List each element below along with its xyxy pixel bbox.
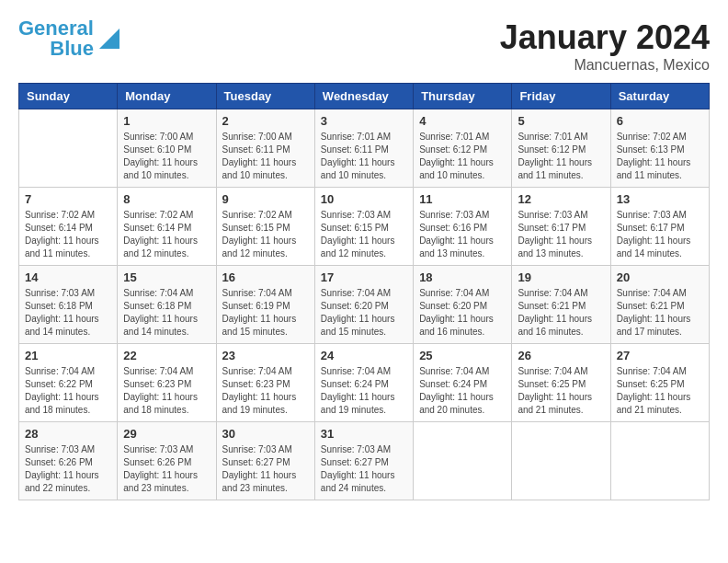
day-info: Sunrise: 7:03 AMSunset: 6:17 PMDaylight:… [518, 209, 604, 260]
title-area: January 2024 Mancuernas, Mexico [500, 18, 710, 74]
logo-text-line1: General [18, 18, 94, 39]
calendar-cell: 10Sunrise: 7:03 AMSunset: 6:15 PMDayligh… [314, 188, 413, 266]
day-info: Sunrise: 7:04 AMSunset: 6:20 PMDaylight:… [419, 287, 506, 339]
day-info: Sunrise: 7:02 AMSunset: 6:15 PMDaylight:… [222, 209, 309, 260]
day-info: Sunrise: 7:03 AMSunset: 6:17 PMDaylight:… [617, 209, 703, 260]
calendar-cell [414, 422, 512, 500]
day-number: 3 [321, 114, 407, 128]
day-number: 30 [222, 427, 309, 441]
calendar-week-3: 14Sunrise: 7:03 AMSunset: 6:18 PMDayligh… [19, 266, 710, 344]
calendar-cell: 15Sunrise: 7:04 AMSunset: 6:18 PMDayligh… [118, 266, 216, 344]
calendar-cell: 27Sunrise: 7:04 AMSunset: 6:25 PMDayligh… [610, 344, 709, 422]
day-number: 22 [123, 349, 210, 362]
logo-text-line2: Blue [50, 39, 94, 59]
day-number: 2 [222, 114, 309, 128]
day-number: 16 [222, 270, 309, 284]
day-info: Sunrise: 7:04 AMSunset: 6:23 PMDaylight:… [222, 365, 309, 417]
calendar-header-row: SundayMondayTuesdayWednesdayThursdayFrid… [19, 84, 710, 109]
calendar-cell: 9Sunrise: 7:02 AMSunset: 6:15 PMDaylight… [216, 188, 314, 266]
calendar-cell: 8Sunrise: 7:02 AMSunset: 6:14 PMDaylight… [118, 188, 216, 266]
day-number: 17 [321, 270, 407, 284]
day-info: Sunrise: 7:04 AMSunset: 6:21 PMDaylight:… [617, 287, 703, 339]
day-number: 23 [222, 349, 309, 362]
day-number: 29 [123, 427, 210, 441]
calendar-cell: 13Sunrise: 7:03 AMSunset: 6:17 PMDayligh… [610, 188, 709, 266]
day-info: Sunrise: 7:01 AMSunset: 6:11 PMDaylight:… [321, 131, 407, 182]
day-number: 9 [222, 192, 309, 206]
day-number: 28 [25, 427, 111, 441]
day-info: Sunrise: 7:03 AMSunset: 6:27 PMDaylight:… [321, 443, 407, 495]
calendar-cell: 2Sunrise: 7:00 AMSunset: 6:11 PMDaylight… [216, 109, 314, 188]
day-info: Sunrise: 7:01 AMSunset: 6:12 PMDaylight:… [518, 131, 604, 182]
calendar-cell [512, 422, 610, 500]
day-number: 14 [25, 270, 111, 284]
day-info: Sunrise: 7:02 AMSunset: 6:13 PMDaylight:… [617, 131, 703, 182]
day-number: 4 [419, 114, 506, 128]
day-info: Sunrise: 7:04 AMSunset: 6:18 PMDaylight:… [123, 287, 210, 339]
day-info: Sunrise: 7:04 AMSunset: 6:25 PMDaylight:… [518, 365, 604, 417]
svg-marker-0 [99, 29, 119, 49]
calendar-cell: 31Sunrise: 7:03 AMSunset: 6:27 PMDayligh… [314, 422, 413, 500]
day-number: 7 [25, 192, 111, 206]
day-number: 20 [617, 270, 703, 284]
location-title: Mancuernas, Mexico [500, 57, 710, 74]
logo: General Blue [18, 18, 119, 59]
day-info: Sunrise: 7:04 AMSunset: 6:24 PMDaylight:… [419, 365, 506, 417]
calendar-week-1: 1Sunrise: 7:00 AMSunset: 6:10 PMDaylight… [19, 109, 710, 188]
calendar-cell: 24Sunrise: 7:04 AMSunset: 6:24 PMDayligh… [314, 344, 413, 422]
logo-icon [99, 29, 119, 49]
calendar-cell: 23Sunrise: 7:04 AMSunset: 6:23 PMDayligh… [216, 344, 314, 422]
day-number: 12 [518, 192, 604, 206]
calendar-cell: 14Sunrise: 7:03 AMSunset: 6:18 PMDayligh… [19, 266, 118, 344]
calendar-cell: 12Sunrise: 7:03 AMSunset: 6:17 PMDayligh… [512, 188, 610, 266]
calendar-cell: 18Sunrise: 7:04 AMSunset: 6:20 PMDayligh… [414, 266, 512, 344]
day-number: 18 [419, 270, 506, 284]
calendar-cell: 4Sunrise: 7:01 AMSunset: 6:12 PMDaylight… [414, 109, 512, 188]
calendar-cell: 20Sunrise: 7:04 AMSunset: 6:21 PMDayligh… [610, 266, 709, 344]
calendar-cell: 17Sunrise: 7:04 AMSunset: 6:20 PMDayligh… [314, 266, 413, 344]
day-info: Sunrise: 7:03 AMSunset: 6:27 PMDaylight:… [222, 443, 309, 495]
calendar-cell: 25Sunrise: 7:04 AMSunset: 6:24 PMDayligh… [414, 344, 512, 422]
day-number: 31 [321, 427, 407, 441]
day-info: Sunrise: 7:01 AMSunset: 6:12 PMDaylight:… [419, 131, 506, 182]
day-info: Sunrise: 7:04 AMSunset: 6:25 PMDaylight:… [617, 365, 703, 417]
day-info: Sunrise: 7:03 AMSunset: 6:16 PMDaylight:… [419, 209, 506, 260]
day-number: 21 [25, 349, 111, 362]
calendar-cell: 30Sunrise: 7:03 AMSunset: 6:27 PMDayligh… [216, 422, 314, 500]
calendar-cell: 22Sunrise: 7:04 AMSunset: 6:23 PMDayligh… [118, 344, 216, 422]
day-info: Sunrise: 7:03 AMSunset: 6:18 PMDaylight:… [25, 287, 111, 339]
day-info: Sunrise: 7:02 AMSunset: 6:14 PMDaylight:… [25, 209, 111, 260]
header-thursday: Thursday [414, 84, 512, 109]
day-number: 15 [123, 270, 210, 284]
day-number: 10 [321, 192, 407, 206]
calendar-cell: 28Sunrise: 7:03 AMSunset: 6:26 PMDayligh… [19, 422, 118, 500]
calendar-cell: 5Sunrise: 7:01 AMSunset: 6:12 PMDaylight… [512, 109, 610, 188]
day-info: Sunrise: 7:04 AMSunset: 6:19 PMDaylight:… [222, 287, 309, 339]
header-tuesday: Tuesday [216, 84, 314, 109]
calendar-week-2: 7Sunrise: 7:02 AMSunset: 6:14 PMDaylight… [19, 188, 710, 266]
day-number: 8 [123, 192, 210, 206]
day-info: Sunrise: 7:03 AMSunset: 6:26 PMDaylight:… [123, 443, 210, 495]
day-info: Sunrise: 7:04 AMSunset: 6:20 PMDaylight:… [321, 287, 407, 339]
header-saturday: Saturday [610, 84, 709, 109]
calendar-cell: 21Sunrise: 7:04 AMSunset: 6:22 PMDayligh… [19, 344, 118, 422]
month-title: January 2024 [500, 18, 710, 57]
day-info: Sunrise: 7:00 AMSunset: 6:10 PMDaylight:… [123, 131, 210, 182]
calendar-cell: 16Sunrise: 7:04 AMSunset: 6:19 PMDayligh… [216, 266, 314, 344]
day-info: Sunrise: 7:02 AMSunset: 6:14 PMDaylight:… [123, 209, 210, 260]
day-number: 24 [321, 349, 407, 362]
day-number: 13 [617, 192, 703, 206]
calendar-cell: 7Sunrise: 7:02 AMSunset: 6:14 PMDaylight… [19, 188, 118, 266]
day-number: 1 [123, 114, 210, 128]
calendar-cell [19, 109, 118, 188]
day-number: 26 [518, 349, 604, 362]
calendar-cell: 3Sunrise: 7:01 AMSunset: 6:11 PMDaylight… [314, 109, 413, 188]
day-info: Sunrise: 7:04 AMSunset: 6:21 PMDaylight:… [518, 287, 604, 339]
calendar-cell [610, 422, 709, 500]
day-number: 5 [518, 114, 604, 128]
calendar-table: SundayMondayTuesdayWednesdayThursdayFrid… [18, 83, 710, 500]
header-sunday: Sunday [19, 84, 118, 109]
day-number: 27 [617, 349, 703, 362]
calendar-cell: 1Sunrise: 7:00 AMSunset: 6:10 PMDaylight… [118, 109, 216, 188]
header-friday: Friday [512, 84, 610, 109]
